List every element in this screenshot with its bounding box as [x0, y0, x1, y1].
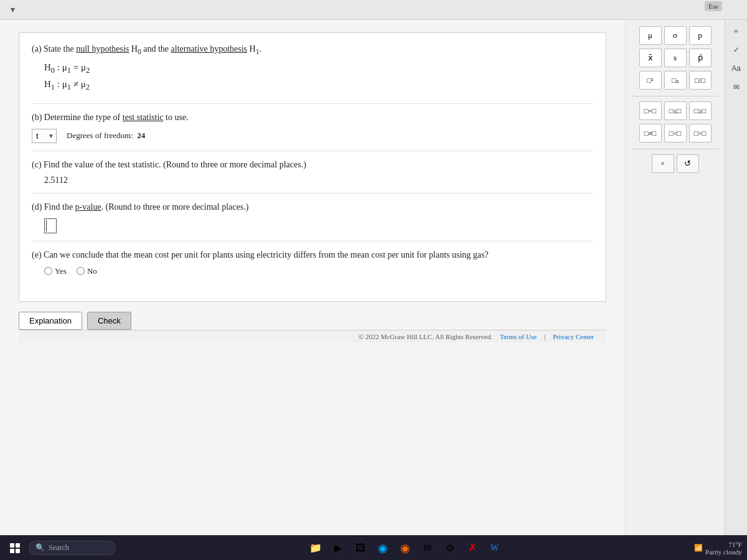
- p-value-input-wrapper[interactable]: [44, 218, 593, 233]
- sym-undo-button[interactable]: ↺: [677, 154, 699, 173]
- sym-neq[interactable]: □≠□: [639, 124, 662, 142]
- system-tray: 📶 71°F Partly cloudy: [694, 541, 742, 556]
- content-area: (a) State the null hypothesis H0 and the…: [0, 20, 747, 535]
- sym-leq[interactable]: □≤□: [664, 101, 687, 120]
- part-b-label: (b) Determine the type of test statistic…: [32, 111, 593, 124]
- browser-chevron[interactable]: ▾: [5, 2, 20, 17]
- bottom-buttons: Explanation Check: [19, 312, 606, 330]
- test-type-dropdown[interactable]: t z F χ²: [32, 129, 57, 143]
- sym-lt[interactable]: □<□: [664, 124, 687, 142]
- sym-separator-2: [632, 149, 718, 149]
- part-d: (d) Find the p-value. (Round to three or…: [32, 201, 593, 241]
- sym-geq[interactable]: □≥□: [689, 101, 712, 120]
- part-a: (a) State the null hypothesis H0 and the…: [32, 43, 593, 104]
- sidebar-icon-menu[interactable]: ≡: [728, 22, 745, 40]
- copyright-text: © 2022 McGraw Hill LLC. All Rights Reser…: [359, 333, 492, 340]
- check-button[interactable]: Check: [87, 312, 131, 330]
- test-type-dropdown-wrapper: t z F χ² ▼: [32, 129, 57, 143]
- yes-label: Yes: [55, 266, 67, 276]
- symbol-row-1: μ σ p: [632, 26, 718, 45]
- symbol-row-4: □=□ □≤□ □≥□: [632, 101, 718, 120]
- no-radio[interactable]: [77, 267, 85, 275]
- p-value-input[interactable]: [44, 218, 57, 233]
- sidebar-icon-check[interactable]: ✓: [728, 41, 745, 58]
- browser-top-bar: ▾: [0, 0, 747, 20]
- test-stat-value: 2.5112: [44, 175, 593, 185]
- main-panel: (a) State the null hypothesis H0 and the…: [0, 20, 625, 535]
- sym-s[interactable]: s: [664, 49, 687, 67]
- explanation-button[interactable]: Explanation: [19, 312, 82, 330]
- footer: © 2022 McGraw Hill LLC. All Rights Reser…: [19, 330, 606, 343]
- yes-radio[interactable]: [44, 267, 52, 275]
- taskbar-app-x[interactable]: ✗: [463, 538, 482, 558]
- sym-sigma[interactable]: σ: [664, 26, 687, 45]
- taskbar: 🔍 Search 📁 ▶ 🖼 ◉ ◉ ✉ ⚙ ✗ W 📶 71°F Partly…: [0, 535, 747, 560]
- start-button[interactable]: [5, 539, 25, 557]
- start-cell-3: [10, 549, 14, 553]
- taskbar-file-explorer[interactable]: 📁: [306, 538, 326, 558]
- symbol-row-2: x̄ s p̂: [632, 49, 718, 67]
- sym-subscript0[interactable]: □₀: [664, 71, 687, 90]
- symbol-row-5: □≠□ □<□ □>□: [632, 124, 718, 142]
- wifi-icon: 📶: [694, 544, 703, 552]
- taskbar-browser[interactable]: ◉: [373, 538, 393, 558]
- sym-equals[interactable]: □=□: [639, 101, 662, 120]
- part-d-label: (d) Find the p-value. (Round to three or…: [32, 201, 593, 213]
- sym-p[interactable]: p: [689, 26, 712, 45]
- sidebar-icon-text[interactable]: Aa: [728, 60, 745, 77]
- start-grid-icon: [10, 543, 20, 553]
- symbol-row-action: × ↺: [632, 154, 718, 173]
- weather-info: 71°F Partly cloudy: [705, 541, 742, 556]
- yes-no-radio-group: Yes No: [44, 266, 593, 276]
- desktop: ▾ Ese (a) State the null hypothesis H0 a…: [0, 0, 747, 560]
- question-box: (a) State the null hypothesis H0 and the…: [19, 32, 606, 302]
- privacy-link[interactable]: Privacy Center: [553, 333, 594, 340]
- taskbar-app-orange[interactable]: ◉: [395, 538, 415, 558]
- sym-phat[interactable]: p̂: [689, 49, 712, 67]
- part-e: (e) Can we conclude that the mean cost p…: [32, 249, 593, 284]
- degrees-value: 24: [137, 131, 145, 140]
- part-b: (b) Determine the type of test statistic…: [32, 111, 593, 151]
- cursor-blink: [46, 220, 47, 231]
- symbol-row-3: □² □₀ □/□: [632, 71, 718, 90]
- degrees-label: Degrees of freedom: 24: [67, 131, 145, 141]
- aa-icon: Aa: [731, 64, 741, 73]
- part-c: (c) Find the value of the test statistic…: [32, 159, 593, 194]
- weather-condition: Partly cloudy: [705, 548, 742, 556]
- taskbar-settings[interactable]: ⚙: [440, 538, 460, 558]
- sidebar-icon-mail[interactable]: ✉: [728, 78, 745, 96]
- taskbar-media[interactable]: ▶: [328, 538, 348, 558]
- part-c-label: (c) Find the value of the test statistic…: [32, 159, 593, 171]
- test-select-row: t z F χ² ▼ Degrees of freedom: 24: [32, 129, 593, 143]
- ese-label: Ese: [705, 1, 722, 11]
- right-sidebar: ≡ ✓ Aa ✉: [725, 20, 747, 535]
- taskbar-mail[interactable]: ✉: [418, 538, 438, 558]
- sym-separator-1: [632, 96, 718, 96]
- h0-display: H0 : μ1 = μ2: [44, 62, 593, 75]
- start-cell-2: [16, 543, 20, 548]
- terms-link[interactable]: Terms of Use: [500, 333, 537, 340]
- start-cell-4: [16, 549, 20, 553]
- sym-fraction[interactable]: □/□: [689, 71, 712, 90]
- sym-gt[interactable]: □>□: [689, 124, 712, 142]
- sym-xbar[interactable]: x̄: [639, 49, 662, 67]
- browser-window: ▾ Ese (a) State the null hypothesis H0 a…: [0, 0, 747, 535]
- yes-option[interactable]: Yes: [44, 266, 67, 276]
- taskbar-search[interactable]: 🔍 Search: [29, 541, 116, 555]
- taskbar-photo[interactable]: 🖼: [350, 538, 370, 558]
- symbol-panel: μ σ p x̄ s p̂ □² □₀ □/□: [625, 20, 725, 535]
- search-label: Search: [49, 543, 69, 553]
- weather-temp: 71°F: [728, 541, 742, 548]
- sym-close-button[interactable]: ×: [652, 154, 674, 173]
- search-icon: 🔍: [35, 543, 45, 553]
- taskbar-apps: 📁 ▶ 🖼 ◉ ◉ ✉ ⚙ ✗ W: [120, 538, 690, 558]
- h1-display: H1 : μ1 ≠ μ2: [44, 79, 593, 92]
- no-option[interactable]: No: [77, 266, 97, 276]
- taskbar-word[interactable]: W: [485, 538, 505, 558]
- part-e-label: (e) Can we conclude that the mean cost p…: [32, 249, 593, 261]
- start-cell-1: [10, 543, 14, 548]
- sym-mu[interactable]: μ: [639, 26, 662, 45]
- part-a-label: (a) State the null hypothesis H0 and the…: [32, 43, 593, 57]
- no-label: No: [87, 266, 97, 276]
- sym-squared[interactable]: □²: [639, 71, 662, 90]
